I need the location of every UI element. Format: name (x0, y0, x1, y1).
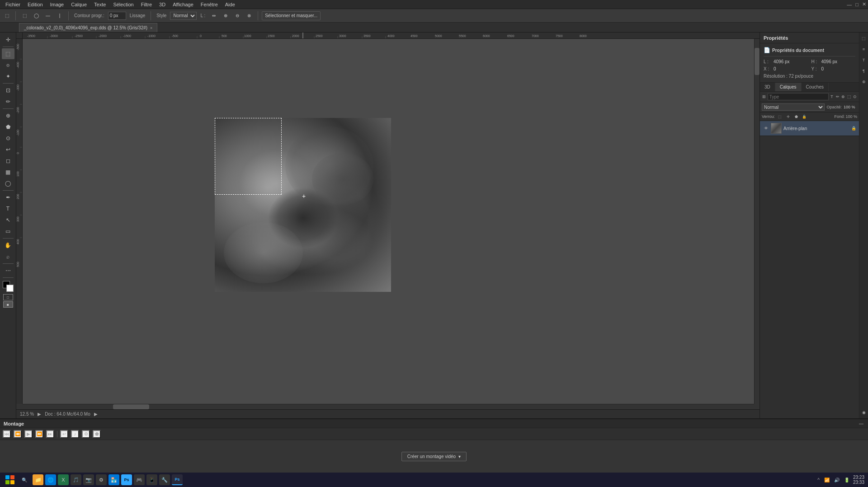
taskbar-app2[interactable]: 📱 (146, 474, 157, 485)
menu-selection[interactable]: Sélection (109, 0, 137, 9)
right-icon-1[interactable]: ⬚ (860, 34, 868, 42)
lock-all-btn[interactable]: 🔒 (801, 113, 807, 120)
right-icon-3[interactable]: T (860, 56, 868, 64)
scroll-v-thumb[interactable] (755, 48, 760, 75)
tool-dodge[interactable]: ◯ (2, 178, 14, 189)
menu-3d[interactable]: 3D (156, 0, 169, 9)
horizontal-scrollbar[interactable] (23, 404, 754, 409)
menu-edition[interactable]: Edition (24, 0, 47, 9)
tool-eraser[interactable]: ◻ (2, 155, 14, 166)
vertical-scrollbar[interactable] (754, 39, 760, 404)
taskbar-ps[interactable]: Ps (121, 474, 132, 485)
tool-clone[interactable]: ⊙ (2, 133, 14, 144)
layer-filter-btn3[interactable]: ⊕ (841, 93, 846, 100)
tab-calques[interactable]: Calques (775, 83, 802, 91)
taskbar-excel[interactable]: X (58, 474, 69, 485)
layer-filter-btn2[interactable]: ✏ (835, 93, 840, 100)
toolbar-single-row-btn[interactable]: — (43, 11, 53, 21)
tool-move[interactable]: ✛ (2, 34, 14, 45)
taskbar-media[interactable]: 🎵 (71, 474, 81, 485)
tool-lasso[interactable]: ⌾ (2, 60, 14, 70)
playback-audio-btn[interactable]: ♪ (71, 430, 79, 438)
lock-pixels-btn[interactable]: ⬚ (777, 113, 783, 120)
lock-move-btn[interactable]: ✛ (785, 113, 791, 120)
layer-filter-btn5[interactable]: ⊙ (852, 93, 857, 100)
right-icon-6[interactable]: ◉ (860, 408, 868, 417)
status-arrow[interactable]: ▶ (38, 412, 41, 417)
tool-shape[interactable]: ▭ (2, 226, 14, 237)
taskbar-photos[interactable]: 📷 (83, 474, 94, 485)
menu-texte[interactable]: Texte (90, 0, 109, 9)
tool-extra[interactable]: ⋯ (2, 265, 14, 276)
toolbar-icon-btn1[interactable]: ⇔ (209, 11, 219, 21)
window-close[interactable]: ✕ (862, 1, 866, 7)
tray-network[interactable]: 📶 (823, 478, 830, 482)
tab-close-btn[interactable]: × (150, 26, 152, 30)
contour-input[interactable] (108, 12, 126, 20)
tool-type[interactable]: T (2, 203, 14, 214)
tool-gradient[interactable]: ▦ (2, 167, 14, 178)
tab-3d[interactable]: 3D (760, 83, 775, 91)
layer-type-input[interactable] (768, 93, 829, 100)
taskbar-settings[interactable]: ⚙ (96, 474, 107, 485)
panel-collapse-btn[interactable]: — (858, 421, 864, 426)
taskbar-store[interactable]: 🏪 (108, 474, 119, 485)
toolbar-ellipse-select-btn[interactable]: ◯ (31, 11, 41, 21)
lock-artboard-btn[interactable]: ⬟ (793, 113, 799, 120)
document-tab[interactable]: _colorado_v2_(0,0)_4096x4096_exp.dds @ 1… (19, 23, 157, 32)
playback-play-btn[interactable]: ▶ (24, 430, 33, 438)
tool-hand[interactable]: ✋ (2, 240, 14, 251)
playback-prev-btn[interactable]: ⏪ (14, 430, 22, 438)
playback-first-btn[interactable]: ⏮ (3, 430, 11, 438)
taskbar-active-ps[interactable]: Ps (172, 474, 183, 485)
tool-heal[interactable]: ⊕ (2, 110, 14, 121)
playback-loop-btn[interactable]: ↩ (60, 430, 68, 438)
menu-fenetre[interactable]: Fenêtre (197, 0, 222, 9)
taskbar-edge[interactable]: 🌐 (45, 474, 56, 485)
right-icon-5[interactable]: ⊕ (860, 78, 868, 86)
taskbar-app3[interactable]: 🔧 (159, 474, 170, 485)
menu-filtre[interactable]: Filtre (137, 0, 156, 9)
menu-calque[interactable]: Calque (67, 0, 90, 9)
taskbar-clock[interactable]: 23:23 23:33 (853, 475, 864, 485)
scroll-h-thumb[interactable] (113, 404, 149, 409)
mode-full[interactable]: ■ (3, 301, 13, 308)
playback-last-btn[interactable]: ⏭ (46, 430, 54, 438)
toolbar-intersect-btn[interactable]: ⊗ (244, 11, 254, 21)
tool-crop[interactable]: ⊡ (2, 85, 14, 96)
taskbar-file-explorer[interactable]: 📁 (33, 474, 43, 485)
menu-affichage[interactable]: Affichage (169, 0, 197, 9)
right-icon-4[interactable]: ¶ (860, 67, 868, 75)
color-swatches[interactable] (3, 281, 14, 292)
tool-zoom[interactable]: ⌕ (2, 251, 14, 262)
layer-filter-btn4[interactable]: ⬚ (847, 93, 852, 100)
layer-visibility-toggle[interactable]: 👁 (763, 125, 769, 131)
playback-next-btn[interactable]: ⏩ (35, 430, 43, 438)
tool-brush[interactable]: ⬟ (2, 122, 14, 132)
tool-history-brush[interactable]: ↩ (2, 144, 14, 155)
playback-render-btn[interactable]: ⬟ (93, 430, 101, 438)
layer-item[interactable]: 👁 Arrière-plan 🔒 (760, 121, 859, 136)
menu-image[interactable]: Image (47, 0, 68, 9)
tray-icon-1[interactable]: ^ (816, 478, 821, 482)
right-icon-2[interactable]: ≡ (860, 45, 868, 53)
mode-normal[interactable]: □ (3, 294, 13, 300)
tool-pen[interactable]: ✒ (2, 192, 14, 203)
layer-filter-btn1[interactable]: T (830, 93, 835, 100)
toolbar-single-col-btn[interactable]: | (55, 11, 65, 21)
create-video-btn[interactable]: Créer un montage vidéo ▾ (401, 452, 467, 461)
start-button[interactable] (4, 473, 16, 486)
taskbar-app1[interactable]: 🎮 (134, 474, 145, 485)
toolbar-new-btn[interactable]: ⬚ (2, 11, 12, 21)
toolbar-rect-select-btn[interactable]: ⬚ (19, 11, 29, 21)
toolbar-icon-btn2[interactable]: ⊕ (221, 11, 231, 21)
tool-magic-wand[interactable]: ✦ (2, 71, 14, 82)
select-mask-btn[interactable]: Sélectionner et masquer... (262, 11, 321, 20)
canvas-scroll[interactable]: + (23, 39, 754, 404)
menu-aide[interactable]: Aide (222, 0, 239, 9)
blend-mode-select[interactable]: Normal (762, 103, 825, 111)
window-maximize[interactable]: □ (855, 2, 859, 7)
window-minimize[interactable]: — (847, 2, 852, 7)
playback-settings-btn[interactable]: ⚙ (82, 430, 90, 438)
status-arrow-2[interactable]: ▶ (94, 412, 98, 417)
